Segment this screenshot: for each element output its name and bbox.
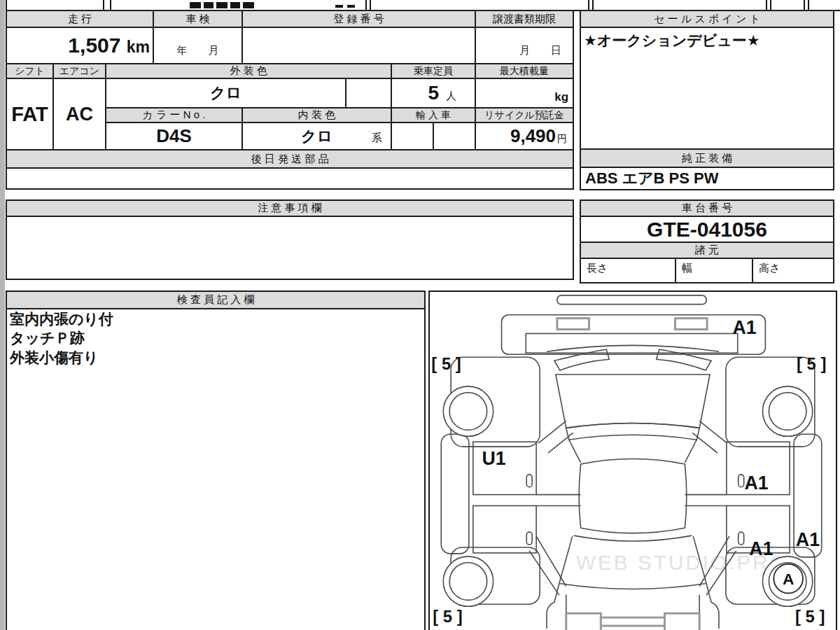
c-pillar-left-1 [536,536,566,586]
damage-door-front-right: A1 [744,472,768,493]
later-parts-value [6,168,573,189]
interior-color-value: クロ 系 [242,122,391,150]
max-load-header: 最大積載量 [475,64,573,78]
cowl-line [547,345,719,351]
hood-band [566,423,699,440]
inspector-body: 室内内張のり付 タッチＰ跡 外装小傷有り [6,309,425,630]
rear-bumper-left [566,613,601,630]
a-pillar-left-1 [538,421,566,443]
mileage-unit: km [127,38,150,56]
car-outline-svg: WEB STUDIO.PRO [430,292,833,630]
vehicle-info-table: 走 行 車 検 登 録 番 号 譲渡書類期限 1,507 km 年 月 月 日 … [6,10,574,190]
sales-point-body: ★オークションデビュー★ [580,27,834,149]
color-no-value: D4S [106,122,242,150]
damage-door-rear-right: A1 [749,538,773,559]
import-value-cell-2 [433,122,475,150]
roof [579,459,687,533]
damage-door-front-left: U1 [482,448,506,469]
tire-score-front-right: [ 5 ] [797,354,826,373]
spec-header: 諸 元 [580,242,834,258]
a-pillar-right-1 [699,421,727,443]
transfer-deadline-value: 月 日 [475,27,573,64]
transfer-deadline-header: 譲渡書類期限 [475,10,573,27]
handle-rear-right [738,532,744,545]
a-pillar-left-2 [548,433,573,453]
recycle-value: 9,490円 [475,122,573,150]
rear-glass-bottom [559,584,706,589]
mileage-value: 1,507 km [6,27,153,64]
mileage-header: 走 行 [6,10,153,27]
handle-front-left [526,475,532,487]
spec-height: 高さ [752,258,834,283]
inspector-line-1: 室内内張のり付 [7,309,424,328]
tire-score-rear-right: [ 5 ] [795,607,825,626]
inspection-value: 年 月 [153,27,242,64]
inspector-line-2: タッチＰ跡 [7,328,424,347]
spec-width: 幅 [676,258,753,283]
wheel-front-right [762,386,812,436]
c-pillar-left-2 [529,551,559,595]
inspector-header: 検 査 員 記 入 欄 [6,291,425,309]
aircon-header: エアコン [53,64,106,78]
chassis-number: GTE-041056 [580,216,834,242]
hood-side-left [569,440,581,463]
rear-corner-right [706,584,719,629]
rear-bumper-center [601,617,664,626]
sill-left [441,434,469,554]
registration-value [242,27,475,64]
interior-color-suffix: 系 [372,132,382,145]
sales-point-text: ★オークションデビュー★ [581,28,833,53]
notes-body [6,216,573,279]
capacity-unit: 人 [446,90,456,102]
chassis-block: 車 台 番 号 GTE-041056 諸 元 長さ 幅 高さ [580,200,834,284]
auction-sheet: 走 行 車 検 登 録 番 号 譲渡書類期限 1,507 km 年 月 月 日 … [0,0,840,630]
import-header: 輸 入 車 [391,108,475,122]
shift-value: FAT [6,78,53,150]
capacity-header: 乗車定員 [391,64,475,78]
chassis-header: 車 台 番 号 [580,200,834,216]
color-no-header: カ ラ ー N o . [106,108,242,122]
grade-letter: A [783,570,794,588]
tire-score-front-left: [ 5 ] [431,354,461,373]
notes-block: 注 意 事 項 欄 [6,200,574,280]
front-panel [502,315,766,355]
wheel-rear-left [443,556,493,606]
rear-corner-left [547,584,559,629]
inspection-header: 車 検 [153,10,242,27]
car-damage-diagram: WEB STUDIO.PRO [428,290,837,630]
inspector-block: 検 査 員 記 入 欄 室内内張のり付 タッチＰ跡 外装小傷有り [6,290,426,630]
damage-quarter-right: A1 [796,529,820,550]
exterior-color-header: 外 装 色 [106,64,391,78]
damage-front-bumper: A1 [733,317,757,338]
inspector-line-3: 外装小傷有り [7,348,424,367]
door-rear-left [473,505,536,552]
shift-header: シフト [6,64,53,78]
sales-point-block: セ ー ル ス ポ イ ン ト ★オークションデビュー★ 純 正 装 備 ABS… [580,10,834,190]
max-load-value: kg [475,78,573,108]
equipment-header: 純 正 装 備 [580,149,834,167]
scan-edge [0,0,5,630]
wheel-front-left [443,386,493,436]
hood-side-right [685,440,696,463]
rear-bumper-right [665,613,700,630]
handle-rear-left [526,532,532,545]
windshield [556,374,710,428]
recycle-unit: 円 [557,133,567,144]
recycle-header: リサイクル預託金 [475,108,573,122]
tire-score-rear-left: [ 5 ] [433,607,462,626]
handle-front-right [738,475,744,487]
equipment-value: ABS エアB PS PW [580,167,834,190]
aircon-value: AC [53,78,106,150]
exterior-color-value: クロ [106,78,346,108]
import-value-cell-1 [391,122,433,150]
a-pillar-right-2 [692,433,718,453]
rear-glass-left [559,536,573,583]
capacity-value: 5人 [391,78,475,108]
roof-rear-edge [574,536,692,541]
exterior-color-extra-cell [346,78,391,108]
headlight-left [557,318,589,330]
headlight-right [675,318,707,330]
spec-length: 長さ [580,258,676,283]
front-bumper-strip [557,295,706,304]
notes-header: 注 意 事 項 欄 [6,200,573,216]
